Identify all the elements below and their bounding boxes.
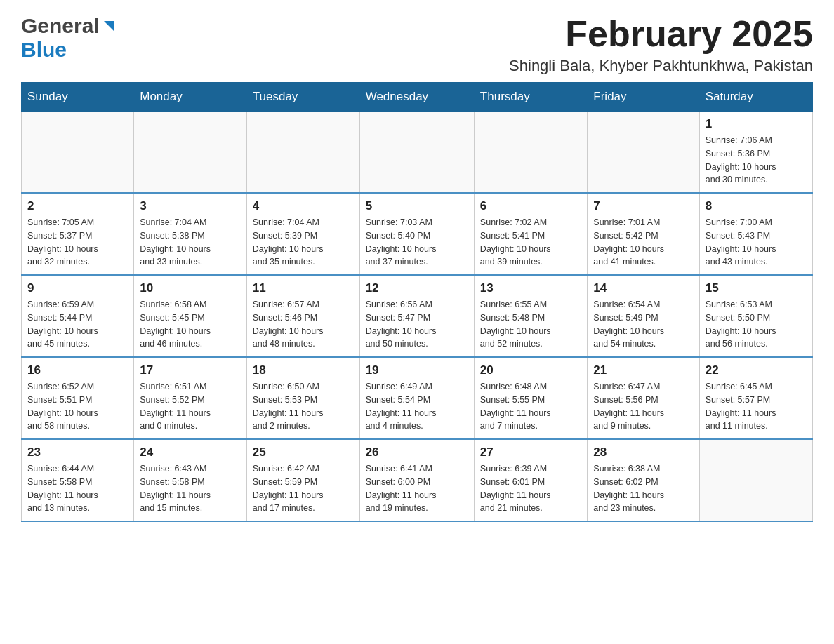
calendar-day-cell: 26Sunrise: 6:41 AMSunset: 6:00 PMDayligh…: [359, 439, 474, 521]
calendar-day-cell: 22Sunrise: 6:45 AMSunset: 5:57 PMDayligh…: [699, 357, 812, 439]
day-number: 21: [593, 363, 693, 377]
calendar-day-cell: 16Sunrise: 6:52 AMSunset: 5:51 PMDayligh…: [22, 357, 134, 439]
header-friday: Friday: [588, 83, 699, 112]
day-info: Sunrise: 6:59 AMSunset: 5:44 PMDaylight:…: [27, 298, 128, 351]
day-info: Sunrise: 6:48 AMSunset: 5:55 PMDaylight:…: [480, 380, 581, 433]
day-number: 18: [253, 363, 354, 377]
calendar-week-row: 1Sunrise: 7:06 AMSunset: 5:36 PMDaylight…: [22, 112, 813, 194]
calendar-day-cell: 1Sunrise: 7:06 AMSunset: 5:36 PMDaylight…: [699, 112, 812, 194]
calendar-week-row: 16Sunrise: 6:52 AMSunset: 5:51 PMDayligh…: [22, 357, 813, 439]
day-number: 10: [140, 281, 241, 295]
day-info: Sunrise: 7:05 AMSunset: 5:37 PMDaylight:…: [27, 216, 128, 269]
day-number: 13: [480, 281, 581, 295]
day-info: Sunrise: 7:04 AMSunset: 5:39 PMDaylight:…: [253, 216, 354, 269]
day-info: Sunrise: 6:52 AMSunset: 5:51 PMDaylight:…: [27, 380, 128, 433]
calendar-day-cell: 28Sunrise: 6:38 AMSunset: 6:02 PMDayligh…: [588, 439, 699, 521]
title-section: February 2025 Shingli Bala, Khyber Pakht…: [509, 14, 813, 75]
calendar-day-cell: 5Sunrise: 7:03 AMSunset: 5:40 PMDaylight…: [359, 193, 474, 275]
day-number: 23: [27, 445, 128, 459]
header-saturday: Saturday: [699, 83, 812, 112]
calendar-day-cell: 7Sunrise: 7:01 AMSunset: 5:42 PMDaylight…: [588, 193, 699, 275]
calendar-day-cell: 13Sunrise: 6:55 AMSunset: 5:48 PMDayligh…: [474, 275, 587, 357]
calendar-day-cell: 14Sunrise: 6:54 AMSunset: 5:49 PMDayligh…: [588, 275, 699, 357]
page-header: General Blue February 2025 Shingli Bala,…: [21, 14, 813, 75]
svg-marker-0: [104, 21, 114, 31]
day-info: Sunrise: 6:43 AMSunset: 5:58 PMDaylight:…: [140, 462, 241, 515]
day-info: Sunrise: 6:57 AMSunset: 5:46 PMDaylight:…: [253, 298, 354, 351]
calendar-week-row: 23Sunrise: 6:44 AMSunset: 5:58 PMDayligh…: [22, 439, 813, 521]
day-number: 7: [593, 199, 693, 213]
logo-general: General: [21, 14, 100, 38]
calendar-day-cell: 20Sunrise: 6:48 AMSunset: 5:55 PMDayligh…: [474, 357, 587, 439]
calendar-day-cell: 24Sunrise: 6:43 AMSunset: 5:58 PMDayligh…: [134, 439, 247, 521]
calendar-header: Sunday Monday Tuesday Wednesday Thursday…: [22, 83, 813, 112]
calendar-day-cell: 25Sunrise: 6:42 AMSunset: 5:59 PMDayligh…: [246, 439, 359, 521]
day-info: Sunrise: 6:39 AMSunset: 6:01 PMDaylight:…: [480, 462, 581, 515]
calendar-day-cell: [246, 112, 359, 194]
logo-blue: Blue: [21, 38, 67, 61]
calendar-day-cell: 11Sunrise: 6:57 AMSunset: 5:46 PMDayligh…: [246, 275, 359, 357]
calendar-day-cell: [359, 112, 474, 194]
day-info: Sunrise: 6:44 AMSunset: 5:58 PMDaylight:…: [27, 462, 128, 515]
day-info: Sunrise: 6:54 AMSunset: 5:49 PMDaylight:…: [593, 298, 693, 351]
day-number: 20: [480, 363, 581, 377]
calendar-day-cell: 2Sunrise: 7:05 AMSunset: 5:37 PMDaylight…: [22, 193, 134, 275]
header-monday: Monday: [134, 83, 247, 112]
day-number: 11: [253, 281, 354, 295]
day-number: 27: [480, 445, 581, 459]
day-number: 12: [366, 281, 468, 295]
calendar-day-cell: 21Sunrise: 6:47 AMSunset: 5:56 PMDayligh…: [588, 357, 699, 439]
calendar-day-cell: 6Sunrise: 7:02 AMSunset: 5:41 PMDaylight…: [474, 193, 587, 275]
day-number: 2: [27, 199, 128, 213]
location-title: Shingli Bala, Khyber Pakhtunkhwa, Pakist…: [509, 57, 813, 75]
day-info: Sunrise: 7:03 AMSunset: 5:40 PMDaylight:…: [366, 216, 468, 269]
month-title: February 2025: [509, 14, 813, 54]
day-info: Sunrise: 6:47 AMSunset: 5:56 PMDaylight:…: [593, 380, 693, 433]
day-info: Sunrise: 6:42 AMSunset: 5:59 PMDaylight:…: [253, 462, 354, 515]
day-number: 6: [480, 199, 581, 213]
day-info: Sunrise: 7:01 AMSunset: 5:42 PMDaylight:…: [593, 216, 693, 269]
calendar-day-cell: 19Sunrise: 6:49 AMSunset: 5:54 PMDayligh…: [359, 357, 474, 439]
day-info: Sunrise: 7:00 AMSunset: 5:43 PMDaylight:…: [706, 216, 807, 269]
logo: General Blue: [21, 14, 117, 62]
calendar-week-row: 2Sunrise: 7:05 AMSunset: 5:37 PMDaylight…: [22, 193, 813, 275]
day-number: 24: [140, 445, 241, 459]
calendar-day-cell: 9Sunrise: 6:59 AMSunset: 5:44 PMDaylight…: [22, 275, 134, 357]
calendar-body: 1Sunrise: 7:06 AMSunset: 5:36 PMDaylight…: [22, 112, 813, 522]
calendar-day-cell: 23Sunrise: 6:44 AMSunset: 5:58 PMDayligh…: [22, 439, 134, 521]
day-info: Sunrise: 7:02 AMSunset: 5:41 PMDaylight:…: [480, 216, 581, 269]
day-info: Sunrise: 6:50 AMSunset: 5:53 PMDaylight:…: [253, 380, 354, 433]
day-number: 15: [706, 281, 807, 295]
logo-triangle-icon: [101, 18, 117, 34]
calendar-day-cell: 3Sunrise: 7:04 AMSunset: 5:38 PMDaylight…: [134, 193, 247, 275]
header-sunday: Sunday: [22, 83, 134, 112]
calendar-day-cell: 18Sunrise: 6:50 AMSunset: 5:53 PMDayligh…: [246, 357, 359, 439]
calendar-day-cell: 27Sunrise: 6:39 AMSunset: 6:01 PMDayligh…: [474, 439, 587, 521]
calendar-day-cell: [22, 112, 134, 194]
calendar-day-cell: [699, 439, 812, 521]
day-number: 9: [27, 281, 128, 295]
day-number: 3: [140, 199, 241, 213]
header-tuesday: Tuesday: [246, 83, 359, 112]
weekday-header-row: Sunday Monday Tuesday Wednesday Thursday…: [22, 83, 813, 112]
calendar-day-cell: [588, 112, 699, 194]
calendar-day-cell: [474, 112, 587, 194]
day-info: Sunrise: 7:06 AMSunset: 5:36 PMDaylight:…: [706, 134, 807, 187]
day-number: 25: [253, 445, 354, 459]
day-info: Sunrise: 6:51 AMSunset: 5:52 PMDaylight:…: [140, 380, 241, 433]
day-number: 26: [366, 445, 468, 459]
day-number: 1: [706, 117, 807, 131]
day-info: Sunrise: 6:58 AMSunset: 5:45 PMDaylight:…: [140, 298, 241, 351]
day-info: Sunrise: 6:53 AMSunset: 5:50 PMDaylight:…: [706, 298, 807, 351]
day-info: Sunrise: 6:55 AMSunset: 5:48 PMDaylight:…: [480, 298, 581, 351]
day-number: 17: [140, 363, 241, 377]
day-number: 28: [593, 445, 693, 459]
day-info: Sunrise: 6:56 AMSunset: 5:47 PMDaylight:…: [366, 298, 468, 351]
day-number: 19: [366, 363, 468, 377]
day-info: Sunrise: 6:38 AMSunset: 6:02 PMDaylight:…: [593, 462, 693, 515]
day-info: Sunrise: 6:45 AMSunset: 5:57 PMDaylight:…: [706, 380, 807, 433]
calendar-week-row: 9Sunrise: 6:59 AMSunset: 5:44 PMDaylight…: [22, 275, 813, 357]
calendar-day-cell: 17Sunrise: 6:51 AMSunset: 5:52 PMDayligh…: [134, 357, 247, 439]
day-number: 14: [593, 281, 693, 295]
day-number: 16: [27, 363, 128, 377]
